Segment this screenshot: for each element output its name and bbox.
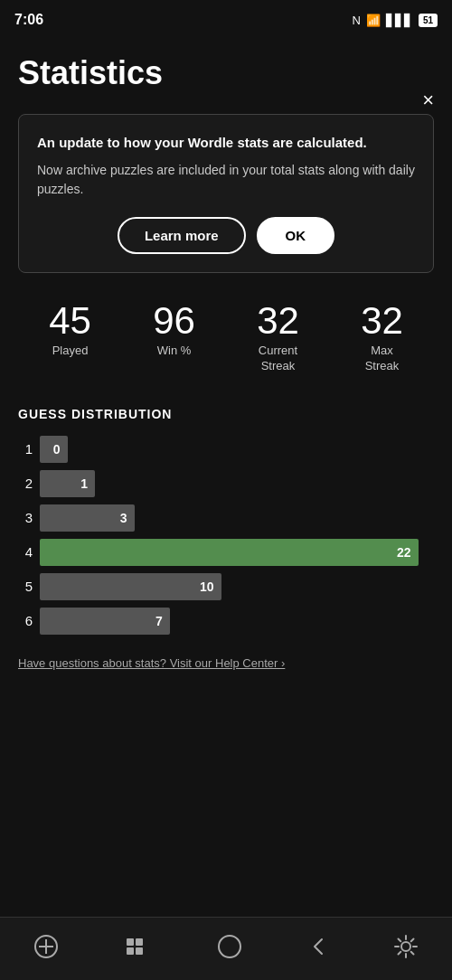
- dist-row-4: 4 22: [18, 539, 434, 566]
- stat-current-streak: 32 CurrentStreak: [257, 302, 299, 374]
- nav-menu-icon[interactable]: [125, 937, 150, 962]
- dist-bar-6: 7: [40, 608, 170, 635]
- dist-bar-container-5: 10: [40, 573, 434, 600]
- dist-bar-value-3: 3: [120, 511, 127, 525]
- dist-bar-value-1: 0: [53, 442, 61, 457]
- stat-played-number: 45: [49, 302, 91, 340]
- status-time: 7:06: [14, 12, 43, 28]
- stats-row: 45 Played 96 Win % 32 CurrentStreak 32 M…: [18, 302, 434, 374]
- distribution-title: GUESS DISTRIBUTION: [18, 407, 434, 421]
- stat-current-streak-number: 32: [257, 302, 299, 340]
- dist-row-1: 1 0: [18, 436, 434, 463]
- dist-bar-value-6: 7: [155, 614, 163, 628]
- dist-row-5: 5 10: [18, 573, 434, 600]
- signal-icon: ▋▋▋: [386, 14, 413, 27]
- dist-row-3: 3 3: [18, 504, 434, 532]
- dist-bar-value-5: 10: [200, 580, 214, 594]
- info-body: Now archive puzzles are included in your…: [37, 161, 415, 199]
- dist-label-6: 6: [18, 613, 33, 628]
- bottom-nav: [0, 917, 452, 980]
- nfc-icon: N: [352, 14, 360, 27]
- dist-label-5: 5: [18, 579, 33, 594]
- dist-bar-value-4: 22: [397, 545, 411, 560]
- status-bar: 7:06 N 📶 ▋▋▋ 51: [0, 0, 452, 36]
- dist-label-3: 3: [18, 510, 33, 525]
- dist-bar-container-4: 22: [40, 539, 434, 566]
- guess-distribution: GUESS DISTRIBUTION 1 0 2 1 3: [18, 407, 434, 635]
- dist-row-6: 6 7: [18, 608, 434, 635]
- nav-game-icon[interactable]: [33, 934, 59, 965]
- stat-max-streak: 32 MaxStreak: [361, 302, 403, 374]
- dist-bar-4: 22: [40, 539, 419, 566]
- close-button[interactable]: ×: [422, 90, 434, 110]
- dist-bar-container-6: 7: [40, 608, 434, 635]
- learn-more-button[interactable]: Learn more: [118, 217, 246, 254]
- dist-bar-container-3: 3: [40, 504, 434, 532]
- ok-button[interactable]: OK: [257, 217, 335, 254]
- stat-win-pct: 96 Win %: [153, 302, 195, 374]
- dist-bar-3: 3: [40, 504, 135, 532]
- dist-bar-container-2: 1: [40, 470, 434, 497]
- help-link[interactable]: Have questions about stats? Visit our He…: [18, 656, 434, 670]
- info-box: An update to how your Wordle stats are c…: [18, 114, 434, 273]
- dist-bar-container-1: 0: [40, 436, 434, 463]
- nav-home-icon[interactable]: [217, 934, 242, 965]
- info-title: An update to how your Wordle stats are c…: [37, 133, 415, 152]
- nav-settings-icon[interactable]: [393, 934, 419, 965]
- stat-max-streak-number: 32: [361, 302, 403, 340]
- stat-current-streak-label: CurrentStreak: [259, 344, 297, 374]
- main-content: × Statistics An update to how your Wordl…: [0, 36, 452, 757]
- nav-back-icon[interactable]: [309, 934, 327, 965]
- svg-rect-5: [127, 947, 134, 955]
- stat-played-label: Played: [52, 344, 89, 359]
- dist-bar-5: 10: [40, 573, 221, 600]
- dist-bar-value-2: 1: [80, 476, 88, 491]
- dist-bar-1: 0: [40, 436, 68, 463]
- battery-indicator: 51: [419, 14, 438, 27]
- svg-point-7: [219, 936, 240, 957]
- dist-label-1: 1: [18, 441, 33, 457]
- dist-label-2: 2: [18, 476, 33, 491]
- svg-rect-6: [136, 947, 143, 955]
- stat-max-streak-label: MaxStreak: [365, 344, 400, 374]
- page-title: Statistics: [18, 54, 434, 92]
- stat-win-pct-number: 96: [153, 302, 195, 340]
- stat-played: 45 Played: [49, 302, 91, 374]
- dist-row-2: 2 1: [18, 470, 434, 497]
- wifi-icon: 📶: [366, 14, 381, 27]
- svg-rect-3: [127, 938, 134, 946]
- svg-rect-4: [136, 938, 143, 946]
- status-icons: N 📶 ▋▋▋ 51: [352, 14, 438, 27]
- svg-point-8: [401, 942, 410, 951]
- info-actions: Learn more OK: [37, 217, 415, 254]
- stat-win-pct-label: Win %: [157, 344, 192, 359]
- dist-bar-2: 1: [40, 470, 95, 497]
- dist-label-4: 4: [18, 544, 33, 560]
